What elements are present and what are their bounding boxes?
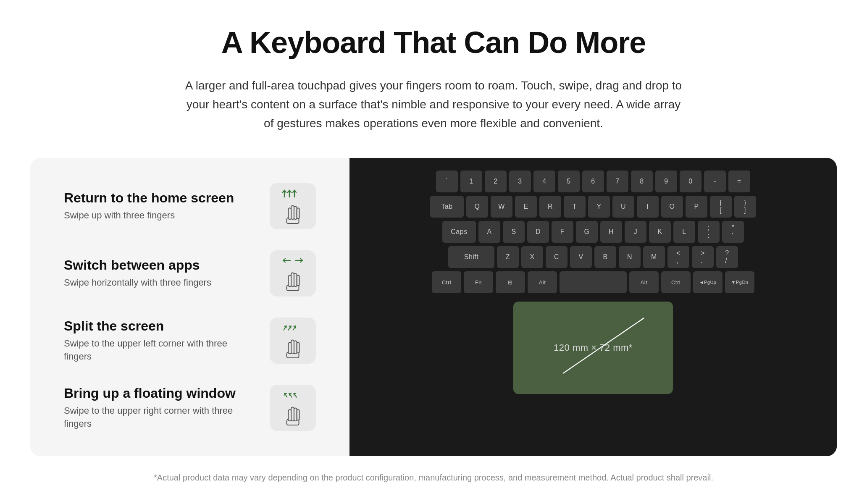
svg-line-16 [563, 318, 644, 373]
svg-rect-10 [294, 341, 297, 354]
key-pgup: ◄PgUp [693, 271, 722, 293]
key-row-3: Caps A S D F G H J K L ;: "' [362, 221, 824, 243]
key-k: K [649, 221, 671, 243]
key-f: F [552, 221, 573, 243]
key-9: 9 [655, 171, 677, 192]
key-row-4: Shift Z X C V B N M <, >. ?/ [362, 246, 824, 268]
gesture-item-float: Bring up a floating window Swipe to the … [64, 385, 316, 431]
gesture-item-split: Split the screen Swipe to the upper left… [64, 318, 316, 364]
content-section: Return to the home screen Swipe up with … [13, 158, 854, 456]
key-j: J [625, 221, 646, 243]
key-fn: Fn [464, 271, 493, 293]
svg-rect-4 [288, 276, 291, 287]
keyboard-panel: ` 1 2 3 4 5 6 7 8 9 0 - = [349, 158, 837, 456]
key-row-5: Ctrl Fn ⊞ Alt Alt Ctrl ◄PgUp ▼PgDn [362, 271, 824, 293]
svg-rect-6 [294, 274, 297, 287]
footnote-text: *Actual product data may vary depending … [120, 473, 747, 483]
key-alt-l: Alt [528, 271, 557, 293]
touchpad-diagonal-line [539, 310, 660, 381]
svg-rect-14 [294, 408, 297, 421]
key-2: 2 [485, 171, 507, 192]
key-quote: "' [722, 221, 744, 243]
gesture-title-float: Bring up a floating window [64, 386, 253, 401]
key-t: T [564, 196, 586, 218]
key-q: Q [466, 196, 488, 218]
key-comma: <, [667, 246, 689, 268]
hand-upper-left-icon [282, 334, 303, 359]
gesture-desc-home: Swipe up with three fingers [64, 209, 253, 222]
svg-rect-7 [297, 276, 300, 286]
key-shift: Shift [448, 246, 494, 268]
up-arrows-icon [280, 188, 305, 198]
key-b: B [594, 246, 616, 268]
key-backtick: ` [436, 171, 458, 192]
gesture-text-switch: Switch between apps Swipe horizontally w… [64, 257, 253, 289]
key-caps: Caps [442, 221, 476, 243]
gesture-icon-split [270, 318, 316, 364]
gesture-item-home: Return to the home screen Swipe up with … [64, 183, 316, 229]
gesture-title-split: Split the screen [64, 318, 253, 334]
key-h: H [600, 221, 622, 243]
key-lbracket: {[ [710, 196, 732, 218]
svg-rect-15 [297, 410, 300, 420]
key-7: 7 [607, 171, 628, 192]
key-period: >. [692, 246, 714, 268]
key-1: 1 [460, 171, 482, 192]
key-o: O [661, 196, 683, 218]
key-ctrl-r: Ctrl [661, 271, 691, 293]
key-space [560, 271, 627, 293]
svg-rect-1 [291, 206, 294, 220]
touchpad-area: 120 mm × 72 mm* [513, 302, 673, 394]
key-alt-r: Alt [629, 271, 659, 293]
key-a: A [478, 221, 500, 243]
svg-rect-0 [288, 208, 291, 220]
hand-up-icon [282, 200, 303, 224]
svg-rect-3 [297, 208, 300, 219]
key-8: 8 [631, 171, 653, 192]
key-row-1: ` 1 2 3 4 5 6 7 8 9 0 - = [362, 171, 824, 192]
key-m: M [643, 246, 665, 268]
key-pgdn: ▼PgDn [725, 271, 754, 293]
key-5: 5 [558, 171, 580, 192]
key-win: ⊞ [496, 271, 525, 293]
key-row-2: Tab Q W E R T Y U I O P {[ }] [362, 196, 824, 218]
key-c: C [546, 246, 567, 268]
key-g: G [576, 221, 598, 243]
key-v: V [570, 246, 592, 268]
svg-rect-13 [291, 407, 294, 421]
key-3: 3 [509, 171, 531, 192]
key-i: I [637, 196, 659, 218]
key-6: 6 [582, 171, 604, 192]
key-z: Z [497, 246, 519, 268]
key-n: N [619, 246, 641, 268]
page-title: A Keyboard That Can Do More [181, 25, 686, 60]
key-semicolon: ;: [698, 221, 720, 243]
upper-left-arrows-icon [280, 323, 305, 333]
gesture-text-split: Split the screen Swipe to the upper left… [64, 318, 253, 363]
key-s: S [503, 221, 525, 243]
gesture-text-float: Bring up a floating window Swipe to the … [64, 386, 253, 430]
key-equals: = [728, 171, 750, 192]
key-ctrl-l: Ctrl [432, 271, 461, 293]
gesture-title-switch: Switch between apps [64, 257, 253, 273]
key-4: 4 [533, 171, 555, 192]
key-e: E [515, 196, 537, 218]
hand-horizontal-icon [282, 267, 303, 291]
key-p: P [686, 196, 707, 218]
gesture-title-home: Return to the home screen [64, 190, 253, 206]
key-rbracket: }] [734, 196, 756, 218]
key-r: R [539, 196, 561, 218]
gesture-icon-home [270, 183, 316, 229]
key-w: W [491, 196, 512, 218]
gesture-icon-float [270, 385, 316, 431]
key-d: D [527, 221, 549, 243]
key-slash: ?/ [716, 246, 738, 268]
svg-rect-11 [297, 343, 300, 353]
svg-rect-12 [288, 410, 291, 421]
gesture-item-switch: Switch between apps Swipe horizontally w… [64, 250, 316, 297]
gesture-icon-switch [270, 250, 316, 297]
key-minus: - [704, 171, 726, 192]
key-y: Y [588, 196, 610, 218]
key-tab: Tab [430, 196, 464, 218]
gesture-desc-float: Swipe to the upper right corner with thr… [64, 404, 253, 430]
